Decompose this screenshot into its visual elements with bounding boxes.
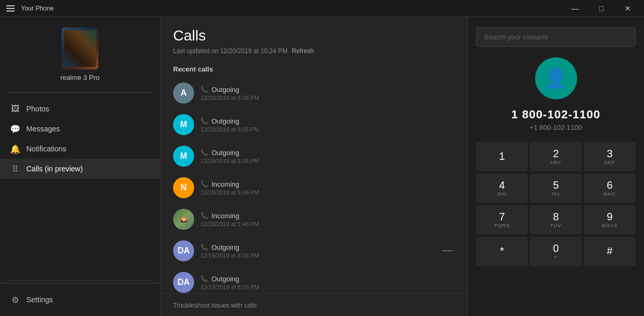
minimize-button[interactable]: — bbox=[563, 0, 587, 17]
dial-button-1[interactable]: 1 bbox=[476, 142, 528, 171]
call-type: 📞 Outgoing bbox=[200, 117, 455, 125]
incoming-call-icon: 📞 bbox=[200, 180, 208, 188]
person-icon: 👤 bbox=[544, 67, 568, 89]
call-type: 📞 Outgoing bbox=[200, 243, 436, 251]
call-date: 12/20/2019 at 5:46 PM bbox=[200, 189, 455, 196]
call-date: 12/19/2019 at 8:16 PM bbox=[200, 284, 455, 290]
call-info: 📞 Incoming 12/20/2019 at 5:46 PM bbox=[200, 180, 455, 196]
dial-button-2[interactable]: 2 ABC bbox=[530, 142, 581, 171]
notifications-icon: 🔔 bbox=[11, 144, 20, 154]
sidebar-item-photos[interactable]: 🖼 Photos bbox=[0, 99, 160, 119]
call-info: 📞 Outgoing 12/19/2019 at 8:16 PM bbox=[200, 275, 455, 290]
incoming-call-icon: 📞 bbox=[200, 212, 208, 219]
settings-label: Settings bbox=[26, 295, 53, 304]
hamburger-menu[interactable] bbox=[4, 3, 17, 14]
list-item[interactable]: M 📞 Outgoing 12/20/2019 at 6:35 PM bbox=[165, 109, 463, 140]
calls-subtitle: Last updated on 12/20/2019 at 10:24 PM R… bbox=[173, 47, 455, 55]
maximize-button[interactable]: □ bbox=[589, 0, 613, 17]
avatar: DA bbox=[173, 272, 194, 293]
call-date: 12/20/2019 at 1:46 PM bbox=[200, 221, 455, 227]
app-body: realme 3 Pro 🖼 Photos 💬 Messages 🔔 Notif… bbox=[0, 17, 644, 316]
call-type-label: Outgoing bbox=[212, 149, 239, 157]
call-type-label: Outgoing bbox=[212, 117, 239, 125]
last-updated-text: Last updated on 12/20/2019 at 10:24 PM bbox=[173, 47, 288, 55]
hamburger-line bbox=[6, 8, 15, 9]
call-type-label: Outgoing bbox=[212, 275, 239, 283]
device-image bbox=[62, 27, 98, 69]
sidebar-item-calls[interactable]: ⠿ Calls (in preview) bbox=[0, 159, 160, 179]
sidebar-bottom-divider bbox=[8, 280, 152, 281]
titlebar-left: Your Phone bbox=[4, 3, 54, 14]
calls-header: Calls Last updated on 12/20/2019 at 10:2… bbox=[160, 17, 467, 59]
outgoing-call-icon: 📞 bbox=[200, 275, 208, 282]
avatar: 🌄 bbox=[173, 209, 194, 230]
sidebar-item-label: Messages bbox=[26, 125, 60, 133]
list-item[interactable]: M 📞 Outgoing 12/20/2019 at 6:35 PM bbox=[165, 140, 463, 172]
list-item[interactable]: A 📞 Outgoing 12/20/2019 at 6:36 PM bbox=[165, 77, 463, 109]
dial-button-4[interactable]: 4 GHI bbox=[476, 174, 528, 203]
close-button[interactable]: ✕ bbox=[616, 0, 640, 17]
troubleshoot-link[interactable]: Troubleshoot issues with calls bbox=[173, 302, 257, 309]
dial-button-3[interactable]: 3 DEF bbox=[584, 142, 636, 171]
refresh-link[interactable]: Refresh bbox=[292, 47, 314, 55]
avatar: DA bbox=[173, 240, 194, 261]
avatar: M bbox=[173, 114, 194, 135]
call-info: 📞 Outgoing 12/20/2019 at 6:35 PM bbox=[200, 117, 455, 132]
dial-button-star[interactable]: * bbox=[476, 237, 528, 266]
call-info: 📞 Outgoing 12/19/2019 at 8:16 PM bbox=[200, 243, 436, 259]
avatar: M bbox=[173, 146, 194, 167]
dial-button-0[interactable]: 0 + bbox=[530, 237, 581, 266]
phone-number-sub: +1 800-102-1100 bbox=[530, 124, 582, 131]
calls-title: Calls bbox=[173, 27, 455, 44]
photos-icon: 🖼 bbox=[11, 104, 20, 114]
avatar: N bbox=[173, 177, 194, 198]
outgoing-call-icon: 📞 bbox=[200, 243, 208, 251]
call-info: 📞 Outgoing 12/20/2019 at 6:35 PM bbox=[200, 149, 455, 164]
sidebar-bottom: ⚙ Settings bbox=[0, 283, 160, 316]
call-date: 12/20/2019 at 6:35 PM bbox=[200, 158, 455, 164]
app-title: Your Phone bbox=[21, 5, 54, 12]
outgoing-call-icon: 📞 bbox=[200, 149, 208, 156]
search-input[interactable] bbox=[476, 27, 636, 47]
sidebar: realme 3 Pro 🖼 Photos 💬 Messages 🔔 Notif… bbox=[0, 17, 160, 316]
sidebar-item-notifications[interactable]: 🔔 Notifications bbox=[0, 139, 160, 159]
sidebar-divider bbox=[8, 92, 152, 93]
call-date: 12/19/2019 at 8:16 PM bbox=[200, 252, 436, 259]
sidebar-item-label: Calls (in preview) bbox=[26, 165, 83, 173]
call-date: 12/20/2019 at 6:35 PM bbox=[200, 126, 455, 132]
dialer-panel: 👤 1 800-102-1100 +1 800-102-1100 1 2 ABC… bbox=[468, 17, 644, 316]
calls-list: A 📞 Outgoing 12/20/2019 at 6:36 PM M 📞 O… bbox=[160, 77, 467, 293]
dial-button-5[interactable]: 5 JKL bbox=[530, 174, 581, 203]
settings-icon: ⚙ bbox=[11, 295, 20, 304]
call-duration-bar bbox=[442, 250, 452, 251]
call-type-label: Incoming bbox=[212, 180, 239, 188]
calls-footer: Troubleshoot issues with calls bbox=[160, 293, 467, 316]
phone-number-main: 1 800-102-1100 bbox=[511, 108, 600, 121]
dial-button-9[interactable]: 9 WXYZ bbox=[584, 205, 636, 235]
dial-button-6[interactable]: 6 MNO bbox=[584, 174, 636, 203]
call-date: 12/20/2019 at 6:36 PM bbox=[200, 95, 455, 101]
sidebar-item-messages[interactable]: 💬 Messages bbox=[0, 119, 160, 139]
recent-calls-header: Recent calls bbox=[160, 59, 467, 77]
avatar: A bbox=[173, 83, 194, 104]
list-item[interactable]: 🌄 📞 Incoming 12/20/2019 at 1:46 PM bbox=[165, 203, 463, 235]
calls-panel: Calls Last updated on 12/20/2019 at 10:2… bbox=[160, 17, 468, 316]
hamburger-line bbox=[6, 11, 15, 12]
call-type-label: Outgoing bbox=[212, 243, 239, 251]
window-controls: — □ ✕ bbox=[563, 0, 640, 17]
dial-button-7[interactable]: 7 PQRS bbox=[476, 205, 528, 235]
hamburger-line bbox=[6, 5, 15, 6]
titlebar: Your Phone — □ ✕ bbox=[0, 0, 644, 17]
list-item[interactable]: DA 📞 Outgoing 12/19/2019 at 8:16 PM bbox=[165, 235, 463, 267]
dial-button-hash[interactable]: # bbox=[584, 237, 636, 266]
call-type: 📞 Outgoing bbox=[200, 275, 455, 283]
sidebar-item-settings[interactable]: ⚙ Settings bbox=[0, 290, 160, 310]
nav-items: 🖼 Photos 💬 Messages 🔔 Notifications ⠿ Ca… bbox=[0, 95, 160, 278]
list-item[interactable]: DA 📞 Outgoing 12/19/2019 at 8:16 PM bbox=[165, 267, 463, 293]
dialpad: 1 2 ABC 3 DEF 4 GHI 5 JKL 6 MNO bbox=[476, 142, 636, 266]
list-item[interactable]: N 📞 Incoming 12/20/2019 at 5:46 PM bbox=[165, 172, 463, 203]
call-type: 📞 Outgoing bbox=[200, 86, 455, 94]
dial-button-8[interactable]: 8 TUV bbox=[530, 205, 581, 235]
call-info: 📞 Outgoing 12/20/2019 at 6:36 PM bbox=[200, 86, 455, 101]
call-type: 📞 Incoming bbox=[200, 180, 455, 188]
